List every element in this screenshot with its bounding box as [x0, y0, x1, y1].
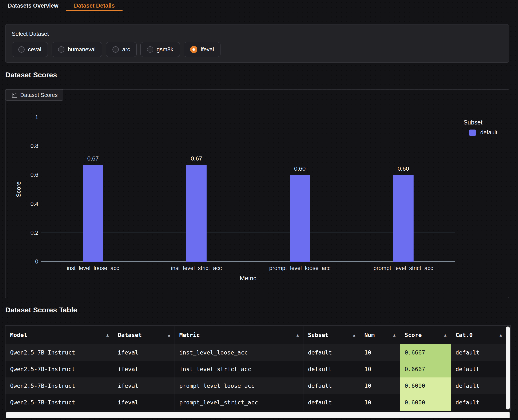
cell-cat0: default [451, 361, 506, 377]
cell-cat0: default [451, 344, 506, 361]
column-header-score[interactable]: Score▲ [400, 326, 451, 344]
x-axis-tick-label: inst_level_loose_acc [67, 265, 119, 271]
column-header-metric[interactable]: Metric▲ [175, 326, 303, 344]
x-axis-tick-label: inst_level_strict_acc [171, 265, 222, 271]
chart-bar [186, 165, 207, 262]
sort-asc-icon: ▲ [296, 333, 299, 337]
y-axis-tick-label: 0.6 [13, 172, 38, 178]
tab-dataset-details[interactable]: Dataset Details [66, 0, 123, 10]
sort-asc-icon: ▲ [500, 333, 502, 337]
column-header-num[interactable]: Num▲ [360, 326, 400, 344]
column-header-cat-0[interactable]: Cat.0▲ [451, 326, 506, 344]
column-header-label: Cat.0 [456, 332, 473, 338]
cell-score: 0.6000 [400, 377, 451, 394]
chart-bar [290, 175, 310, 262]
dataset-option-label: ceval [28, 46, 41, 53]
dataset-option-humaneval[interactable]: humaneval [52, 42, 102, 57]
table-horizontal-scrollbar[interactable] [6, 412, 510, 418]
column-header-model[interactable]: Model▲ [6, 326, 113, 344]
select-dataset-label: Select Dataset [12, 31, 49, 37]
y-axis-tick-label: 0 [13, 258, 38, 265]
cell-num: 10 [360, 361, 400, 377]
chart-gridline [41, 146, 455, 146]
dataset-scores-chart-panel: Dataset Scores Score Metric Subset defau… [5, 89, 509, 298]
bar-chart: Score Metric Subset default 00.20.40.60.… [6, 90, 509, 298]
dataset-scores-heading: Dataset Scores [5, 71, 57, 79]
dataset-option-label: gsm8k [157, 46, 173, 53]
x-axis-tick-label: prompt_level_strict_acc [374, 265, 433, 271]
sort-asc-icon: ▲ [393, 333, 395, 337]
dataset-radio-group: cevalhumanevalarcgsm8kifeval [12, 42, 221, 57]
radio-unselected-icon [112, 46, 119, 53]
y-axis-tick-label: 0.8 [13, 142, 38, 149]
sort-asc-icon: ▲ [106, 333, 109, 337]
y-axis-tick-label: 0.4 [13, 201, 38, 207]
column-header-label: Subset [308, 332, 329, 338]
cell-cat0: default [451, 394, 506, 411]
cell-subset: default [303, 377, 360, 394]
sort-asc-icon: ▲ [444, 333, 446, 337]
tab-bar: Datasets Overview Dataset Details [0, 0, 518, 10]
cell-num: 10 [360, 377, 400, 394]
cell-dataset: ifeval [113, 361, 175, 377]
dataset-option-label: humaneval [68, 46, 96, 53]
table-row: Qwen2.5-7B-Instructifevalinst_level_stri… [6, 361, 506, 377]
cell-model: Qwen2.5-7B-Instruct [6, 361, 113, 377]
column-header-label: Dataset [118, 332, 142, 338]
chart-bar [393, 175, 414, 262]
radio-selected-icon [190, 46, 197, 53]
cell-subset: default [303, 344, 360, 361]
dataset-scores-table: Model▲Dataset▲Metric▲Subset▲Num▲Score▲Ca… [5, 325, 511, 411]
scores-table: Model▲Dataset▲Metric▲Subset▲Num▲Score▲Ca… [6, 326, 506, 411]
tab-datasets-overview[interactable]: Datasets Overview [0, 0, 66, 10]
column-header-label: Score [405, 332, 422, 338]
table-vertical-scrollbar[interactable] [506, 326, 510, 409]
legend-item-label: default [480, 129, 497, 136]
y-axis-title: Score [15, 181, 22, 197]
bar-value-label: 0.60 [398, 165, 409, 172]
dataset-option-arc[interactable]: arc [106, 42, 137, 57]
cell-score: 0.6667 [400, 344, 451, 361]
table-header-row: Model▲Dataset▲Metric▲Subset▲Num▲Score▲Ca… [6, 326, 506, 344]
cell-metric: prompt_level_strict_acc [175, 394, 303, 411]
cell-cat0: default [451, 377, 506, 394]
column-header-dataset[interactable]: Dataset▲ [113, 326, 175, 344]
dataset-option-label: arc [122, 46, 130, 53]
cell-dataset: ifeval [113, 344, 175, 361]
cell-dataset: ifeval [113, 377, 175, 394]
dataset-option-gsm8k[interactable]: gsm8k [141, 42, 180, 57]
bar-value-label: 0.60 [294, 165, 306, 172]
cell-subset: default [303, 394, 360, 411]
chart-bar [83, 165, 103, 262]
legend-items: default [463, 129, 497, 136]
legend-item[interactable]: default [469, 129, 497, 136]
cell-model: Qwen2.5-7B-Instruct [6, 377, 113, 394]
dataset-option-label: ifeval [201, 46, 214, 53]
cell-metric: inst_level_loose_acc [175, 344, 303, 361]
cell-model: Qwen2.5-7B-Instruct [6, 344, 113, 361]
column-header-label: Num [364, 332, 375, 338]
cell-dataset: ifeval [113, 394, 175, 411]
column-header-label: Model [10, 332, 27, 338]
x-axis-tick-label: prompt_level_loose_acc [269, 265, 331, 271]
cell-num: 10 [360, 394, 400, 411]
radio-unselected-icon [18, 46, 25, 53]
y-axis-tick-label: 1 [13, 114, 38, 120]
cell-score: 0.6000 [400, 394, 451, 411]
radio-unselected-icon [58, 46, 64, 53]
chart-legend: Subset default [463, 119, 497, 136]
cell-subset: default [303, 361, 360, 377]
cell-num: 10 [360, 344, 400, 361]
y-axis-tick-label: 0.2 [13, 229, 38, 236]
column-header-subset[interactable]: Subset▲ [303, 326, 360, 344]
legend-swatch-icon [469, 129, 476, 136]
cell-metric: prompt_level_loose_acc [175, 377, 303, 394]
bar-value-label: 0.67 [87, 155, 99, 162]
table-row: Qwen2.5-7B-Instructifevalprompt_level_lo… [6, 377, 506, 394]
dataset-option-ceval[interactable]: ceval [12, 42, 48, 57]
table-body: Qwen2.5-7B-Instructifevalinst_level_loos… [6, 344, 506, 411]
dataset-scores-table-heading: Dataset Scores Table [5, 306, 77, 314]
dataset-option-ifeval[interactable]: ifeval [184, 42, 221, 57]
select-dataset-panel: Select Dataset cevalhumanevalarcgsm8kife… [5, 24, 509, 63]
cell-metric: inst_level_strict_acc [175, 361, 303, 377]
